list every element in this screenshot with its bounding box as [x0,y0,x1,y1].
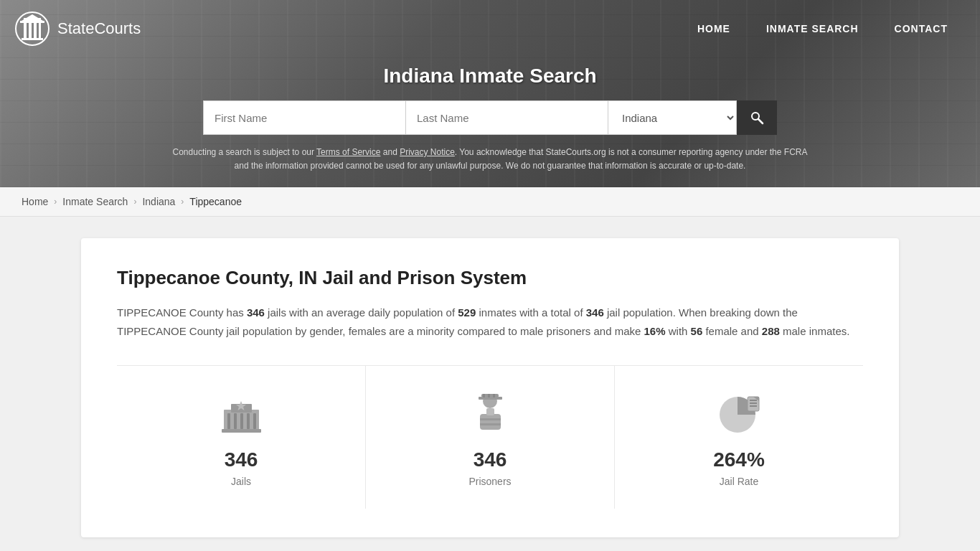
logo[interactable]: StateCourts [14,11,141,47]
prisoners-stat-label: Prisoners [468,476,511,487]
avg-population: 529 [458,306,476,319]
svg-rect-2 [20,21,44,23]
logo-text: StateCourts [57,19,141,38]
jail-rate-stat-label: Jail Rate [720,476,758,487]
svg-line-10 [758,119,763,123]
stat-prisoners: 346 Prisoners [366,366,615,509]
svg-rect-4 [24,23,27,38]
page-title: Indiana Inmate Search [14,65,966,88]
svg-rect-26 [480,414,501,430]
terms-link[interactable]: Terms of Service [316,147,380,157]
logo-icon [14,11,50,47]
svg-rect-27 [486,408,494,415]
nav-links: HOME INMATE SEARCH CONTACT [679,16,966,42]
county-description: TIPPECANOE County has 346 jails with an … [117,303,863,340]
state-select[interactable]: Select State Alabama Alaska Arizona Indi… [608,100,737,135]
svg-rect-29 [480,423,501,425]
svg-rect-17 [247,413,250,429]
search-icon [750,110,764,125]
svg-rect-15 [234,413,237,429]
svg-rect-19 [222,429,261,433]
svg-rect-16 [240,413,243,429]
search-button[interactable] [737,100,777,135]
prisoners-stat-number: 346 [473,448,507,471]
jails-count: 346 [247,306,265,319]
svg-rect-22 [479,397,502,400]
breadcrumb-sep-2: › [133,197,136,207]
county-title: Tippecanoe County, IN Jail and Prison Sy… [117,267,863,289]
first-name-input[interactable] [203,100,405,135]
svg-rect-34 [750,405,757,407]
breadcrumb-county: Tippecanoe [189,196,242,207]
jails-stat-label: Jails [231,476,251,487]
nav-contact[interactable]: CONTACT [877,16,966,42]
last-name-input[interactable] [405,100,608,135]
stats-row: 346 Jails [117,365,863,509]
svg-rect-28 [480,418,501,420]
privacy-link[interactable]: Privacy Notice [400,147,455,157]
breadcrumb: Home › Inmate Search › Indiana › Tippeca… [0,187,980,217]
main-content: Tippecanoe County, IN Jail and Prison Sy… [60,238,920,537]
nav-bar: StateCourts HOME INMATE SEARCH CONTACT [0,0,980,57]
svg-rect-23 [483,394,485,397]
nav-inmate-search[interactable]: INMATE SEARCH [748,16,877,42]
content-card: Tippecanoe County, IN Jail and Prison Sy… [81,238,899,537]
svg-rect-24 [488,394,490,397]
jail-icon [216,387,266,438]
breadcrumb-state[interactable]: Indiana [142,196,175,207]
total-population: 346 [586,306,604,319]
header-content: Indiana Inmate Search Select State Alaba… [0,57,980,187]
stat-jail-rate: 264% Jail Rate [615,366,863,509]
stat-jails: 346 Jails [117,366,366,509]
svg-rect-5 [29,23,32,38]
svg-rect-1 [22,38,43,40]
female-count: 56 [691,325,703,337]
breadcrumb-home[interactable]: Home [22,196,48,207]
svg-rect-25 [493,394,495,397]
svg-rect-32 [750,400,757,401]
jails-stat-number: 346 [225,448,258,471]
svg-rect-6 [34,23,37,38]
disclaimer-text: Conducting a search is subject to our Te… [167,146,813,173]
svg-rect-7 [39,23,41,38]
prisoner-icon [465,387,515,438]
breadcrumb-inmate-search[interactable]: Inmate Search [62,196,128,207]
breadcrumb-sep-3: › [181,197,184,207]
breadcrumb-sep-1: › [54,197,57,207]
nav-home[interactable]: HOME [679,16,748,42]
female-pct: 16% [644,325,666,337]
svg-rect-33 [750,402,757,404]
svg-rect-18 [253,413,256,429]
rate-icon [714,387,764,438]
header: StateCourts HOME INMATE SEARCH CONTACT I… [0,0,980,187]
search-bar: Select State Alabama Alaska Arizona Indi… [203,100,777,135]
jail-rate-stat-number: 264% [713,448,765,471]
svg-rect-14 [227,413,230,429]
svg-marker-8 [22,14,43,21]
male-count: 288 [762,325,780,337]
